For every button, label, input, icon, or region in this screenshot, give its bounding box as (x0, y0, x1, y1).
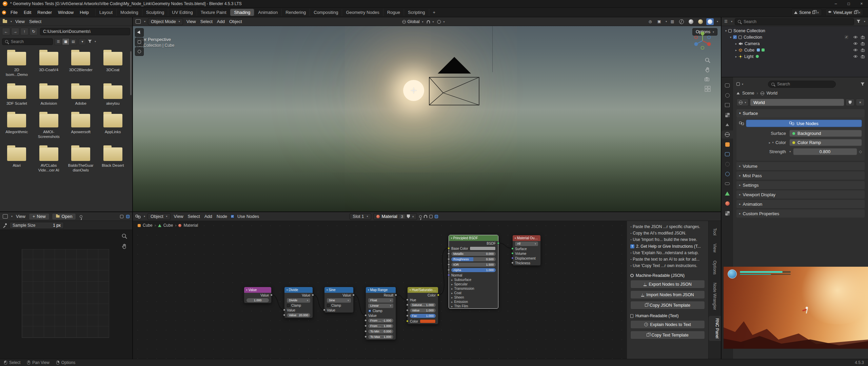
node-value[interactable]: ▾Value Value 1.000 (244, 287, 272, 303)
camera-object[interactable] (428, 55, 482, 107)
input-socket[interactable] (511, 257, 514, 259)
shader-menu[interactable]: View (173, 214, 184, 219)
node-section-row[interactable]: ▸Sheen (449, 295, 498, 300)
refresh-button[interactable]: ↻ (29, 28, 38, 35)
fake-user-shield-icon[interactable] (407, 215, 410, 218)
cursor-tool-button[interactable] (135, 47, 144, 56)
folder-item[interactable]: 2D Isom...Demo (1, 52, 32, 77)
viewport-menu[interactable]: Object (228, 19, 243, 24)
explain-nodes-button[interactable]: ?Explain Nodes to Text (630, 320, 705, 329)
unlink-material-icon[interactable]: × (412, 215, 414, 219)
breadcrumb-world[interactable]: World (767, 91, 777, 96)
editor-type-chevron-icon[interactable]: ▾ (144, 20, 145, 23)
light-data-icon[interactable] (756, 55, 759, 58)
outliner-row-light[interactable]: ▸ Light (722, 53, 868, 60)
folder-item[interactable]: Adobe (65, 85, 96, 106)
tab-physics[interactable] (722, 170, 733, 178)
workspace-tab[interactable]: Geometry Nodes (342, 9, 383, 16)
filter-funnel-icon[interactable] (861, 82, 865, 86)
display-grid-button[interactable]: ▤ (70, 38, 77, 45)
input-socket[interactable] (406, 304, 409, 306)
tab-scene[interactable] (722, 121, 733, 129)
image-view-menu[interactable]: View (15, 214, 26, 219)
input-socket[interactable] (448, 269, 450, 271)
image-active-toggle-icon[interactable] (126, 215, 130, 218)
workspace-tab[interactable]: Modeling (116, 9, 142, 16)
node-math-sine[interactable]: ▾Sine Value Sine▾ Clamp Value (324, 287, 354, 313)
sample-size-field[interactable]: Sample Size 1 px (9, 222, 64, 229)
clamp-row[interactable]: ✓Clamp (366, 308, 396, 313)
clamp-checkbox[interactable] (287, 304, 290, 307)
input-socket[interactable] (406, 309, 409, 311)
shader-menu[interactable]: Add (203, 214, 213, 219)
topbar-menu[interactable]: Edit (21, 10, 34, 15)
folder-item[interactable]: akeytsu (98, 85, 128, 106)
node-header[interactable]: ▾Principled BSDF (449, 235, 498, 241)
workspace-tab[interactable]: UV Editing (168, 9, 196, 16)
value-field[interactable]: 1.000 (246, 298, 269, 302)
box-select-tool-button[interactable] (135, 38, 144, 46)
node-section-row[interactable]: ▸Coat (449, 291, 498, 295)
node-section-row[interactable]: ▸Transmission (449, 286, 498, 291)
image-canvas[interactable] (0, 230, 132, 359)
disable-render-camera-icon[interactable] (861, 36, 865, 39)
filter-funnel-icon[interactable] (856, 20, 861, 23)
sidebar-tab[interactable]: Options (711, 258, 718, 277)
color-swatch[interactable] (420, 319, 436, 323)
output-socket[interactable] (437, 294, 439, 296)
shading-solid-button[interactable] (687, 18, 695, 25)
scrollbar[interactable] (130, 51, 132, 95)
workspace-tab[interactable]: Rogue (383, 9, 404, 16)
viewport-menu[interactable]: View (185, 19, 197, 24)
import-json-button[interactable]: Import Nodes from JSON (630, 290, 705, 299)
up-button[interactable]: ↑ (20, 28, 28, 35)
blender-logo-icon[interactable] (3, 1, 7, 6)
overlays-toggle-icon[interactable]: ▣ (656, 19, 663, 25)
node-link[interactable] (354, 295, 366, 315)
close-button[interactable]: × (855, 0, 868, 7)
navigation-gizmo[interactable] (693, 31, 712, 50)
input-socket[interactable] (448, 252, 450, 255)
shader-editor-icon[interactable] (136, 215, 140, 219)
topbar-menu[interactable]: Render (34, 10, 55, 15)
sidebar-tab[interactable]: Node Wrangler (711, 280, 718, 312)
image-options-icon[interactable] (120, 215, 123, 218)
folder-item[interactable]: BaldoTheGuar dianOwls (65, 147, 96, 173)
copy-json-template-button[interactable]: Copy JSON Template (630, 301, 705, 309)
scene-selector[interactable]: Scene × (791, 9, 822, 16)
range-slider[interactable]: From Max1.000 (368, 324, 393, 328)
shading-wireframe-button[interactable] (678, 18, 685, 25)
viewlayer-selector[interactable]: ViewLayer × (825, 9, 863, 16)
operation-dropdown[interactable]: Divide▾ (287, 298, 310, 303)
collapsed-panel[interactable]: ▸ Animation (736, 200, 865, 208)
copy-text-template-button[interactable]: Copy Text Template (630, 331, 705, 339)
collapsed-panel[interactable]: ▸ Custom Properties (736, 209, 865, 218)
workspace-tab[interactable]: Shading (230, 9, 254, 16)
output-socket[interactable] (497, 242, 499, 244)
input-socket[interactable] (448, 258, 450, 260)
input-socket[interactable] (283, 309, 285, 311)
hsv-slider[interactable]: Saturation1.000 (410, 303, 436, 307)
pan-hand-icon[interactable] (121, 243, 127, 249)
outliner-row-camera[interactable]: ▸ Camera (722, 40, 868, 47)
surface-shader-field[interactable]: Background (789, 130, 862, 137)
folder-item[interactable]: Activision (34, 85, 64, 106)
select-tool-button[interactable] (135, 28, 144, 37)
collapsed-panel[interactable]: ▸ Mist Pass (736, 171, 865, 180)
node-link[interactable] (396, 295, 407, 300)
shader-type-dropdown[interactable]: Object▾ (147, 213, 171, 220)
editor-type-chevron-icon[interactable]: ▾ (731, 20, 732, 23)
folder-item[interactable]: AVCLabs Vide...cer AI (34, 147, 64, 173)
value-slider[interactable]: Value20.000 (287, 313, 310, 317)
maximize-button[interactable]: □ (842, 0, 855, 7)
properties-search-input[interactable] (776, 81, 832, 87)
viewport-menu[interactable]: Select (199, 19, 214, 24)
input-socket[interactable] (406, 314, 409, 317)
base-color-swatch[interactable] (470, 246, 496, 250)
node-link[interactable] (272, 295, 284, 310)
folder-item[interactable]: Black Desert (98, 147, 128, 173)
shading-rendered-button[interactable] (706, 18, 714, 25)
folder-item[interactable]: 3DC2Blender (65, 52, 96, 77)
tab-world[interactable] (722, 130, 733, 139)
ortho-grid-icon[interactable] (705, 86, 711, 92)
